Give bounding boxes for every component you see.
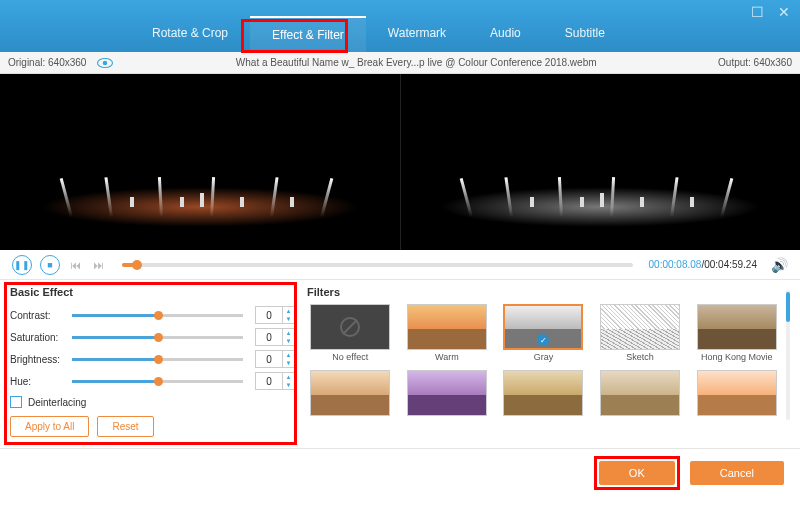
tab-watermark[interactable]: Watermark: [366, 16, 468, 52]
dialog-footer: OK Cancel: [0, 448, 800, 496]
annotation-highlight: OK: [594, 456, 680, 490]
preview-output: [400, 74, 801, 250]
filters-title: Filters: [307, 286, 780, 298]
contrast-stepper[interactable]: 0▲▼: [255, 306, 295, 324]
filter-no-effect[interactable]: No effect: [307, 304, 394, 362]
transport-bar: ❚❚ ■ ⏮ ⏭ 00:00:08.08/00:04:59.24 🔊: [0, 250, 800, 280]
prev-button[interactable]: ⏮: [68, 259, 83, 271]
volume-icon[interactable]: 🔊: [771, 257, 788, 273]
preview-area: [0, 74, 800, 250]
title-bar: ☐ ✕ Rotate & Crop Effect & Filter Waterm…: [0, 0, 800, 52]
original-size-label: Original: 640x360: [8, 57, 86, 68]
stop-button[interactable]: ■: [40, 255, 60, 275]
apply-to-all-button[interactable]: Apply to All: [10, 416, 89, 437]
tab-audio[interactable]: Audio: [468, 16, 543, 52]
basic-effect-panel: Basic Effect Contrast: 0▲▼ Saturation: 0…: [10, 286, 295, 444]
compare-eye-icon[interactable]: [96, 57, 114, 69]
filter-hong-kong-movie[interactable]: Hong Kong Movie: [693, 304, 780, 362]
tab-rotate-crop[interactable]: Rotate & Crop: [130, 16, 250, 52]
svg-line-3: [343, 320, 357, 334]
output-size-label: Output: 640x360: [718, 57, 792, 68]
filter-item[interactable]: [404, 370, 491, 428]
chevron-down-icon[interactable]: ▼: [283, 359, 294, 367]
tab-effect-filter[interactable]: Effect & Filter: [250, 16, 366, 52]
contrast-label: Contrast:: [10, 310, 72, 321]
chevron-up-icon[interactable]: ▲: [283, 351, 294, 359]
basic-effect-title: Basic Effect: [10, 286, 295, 298]
saturation-label: Saturation:: [10, 332, 72, 343]
chevron-down-icon[interactable]: ▼: [283, 315, 294, 323]
hue-slider[interactable]: [72, 380, 243, 383]
timeline-slider[interactable]: [122, 263, 633, 267]
filters-panel: Filters No effect Warm ✓ Gray Sketch Hon…: [307, 286, 790, 444]
preview-original: [0, 74, 400, 250]
filter-item[interactable]: [307, 370, 394, 428]
hue-label: Hue:: [10, 376, 72, 387]
filter-label: Hong Kong Movie: [701, 352, 773, 362]
chevron-down-icon[interactable]: ▼: [283, 337, 294, 345]
filter-warm[interactable]: Warm: [404, 304, 491, 362]
ok-button[interactable]: OK: [599, 461, 675, 485]
window-close-icon[interactable]: ✕: [778, 4, 790, 20]
next-button[interactable]: ⏭: [91, 259, 106, 271]
deinterlacing-checkbox[interactable]: [10, 396, 22, 408]
filters-scrollbar[interactable]: [786, 290, 790, 420]
total-time: /00:04:59.24: [701, 259, 757, 270]
chevron-down-icon[interactable]: ▼: [283, 381, 294, 389]
chevron-up-icon[interactable]: ▲: [283, 373, 294, 381]
cancel-button[interactable]: Cancel: [690, 461, 784, 485]
deinterlacing-label: Deinterlacing: [28, 397, 86, 408]
chevron-up-icon[interactable]: ▲: [283, 307, 294, 315]
tab-subtitle[interactable]: Subtitle: [543, 16, 627, 52]
current-time: 00:00:08.08: [649, 259, 702, 270]
saturation-stepper[interactable]: 0▲▼: [255, 328, 295, 346]
filter-label: Sketch: [626, 352, 654, 362]
window-maximize-icon[interactable]: ☐: [751, 4, 764, 20]
brightness-stepper[interactable]: 0▲▼: [255, 350, 295, 368]
filter-gray[interactable]: ✓ Gray: [500, 304, 587, 362]
brightness-label: Brightness:: [10, 354, 72, 365]
time-display: 00:00:08.08/00:04:59.24: [649, 259, 757, 270]
filter-item[interactable]: [500, 370, 587, 428]
svg-point-1: [103, 60, 108, 65]
hue-stepper[interactable]: 0▲▼: [255, 372, 295, 390]
info-bar: Original: 640x360 What a Beautiful Name …: [0, 52, 800, 74]
filter-label: Warm: [435, 352, 459, 362]
reset-button[interactable]: Reset: [97, 416, 153, 437]
editor-tabs: Rotate & Crop Effect & Filter Watermark …: [130, 16, 627, 52]
filter-item[interactable]: [597, 370, 684, 428]
filename-label: What a Beautiful Name w_ Break Every...p…: [114, 57, 718, 68]
filter-item[interactable]: [693, 370, 780, 428]
filter-label: Gray: [534, 352, 554, 362]
filter-label: No effect: [332, 352, 368, 362]
saturation-slider[interactable]: [72, 336, 243, 339]
filter-sketch[interactable]: Sketch: [597, 304, 684, 362]
brightness-slider[interactable]: [72, 358, 243, 361]
pause-button[interactable]: ❚❚: [12, 255, 32, 275]
contrast-slider[interactable]: [72, 314, 243, 317]
chevron-up-icon[interactable]: ▲: [283, 329, 294, 337]
